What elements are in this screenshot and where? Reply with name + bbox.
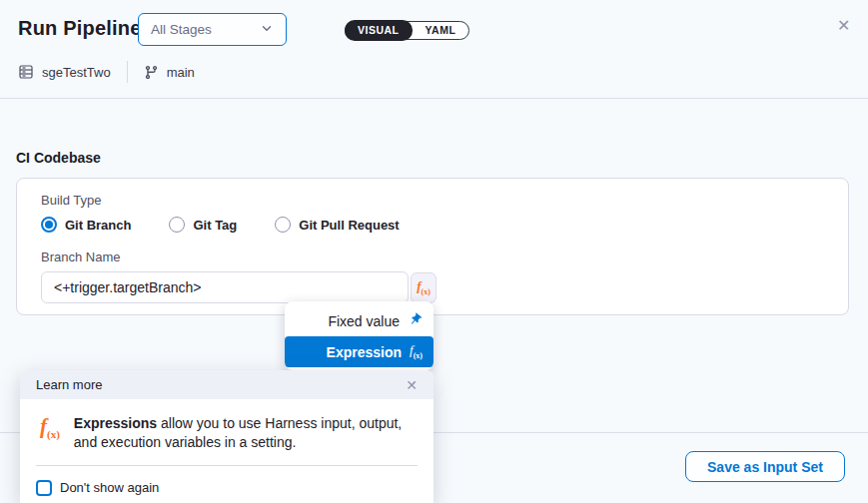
fx-icon: f(x) (40, 416, 60, 452)
codebase-summary: sgeTestTwo main (18, 61, 195, 83)
dont-show-again-checkbox[interactable] (36, 480, 52, 496)
radio-git-branch[interactable]: Git Branch (41, 217, 131, 233)
radio-label: Git Tag (193, 218, 237, 233)
pin-icon (408, 312, 423, 330)
branch-name-input[interactable] (41, 271, 409, 303)
radio-icon[interactable] (41, 217, 57, 233)
dont-show-again-row[interactable]: Don't show again (36, 480, 434, 496)
value-type-menu: Fixed value Expression f(x) (285, 301, 434, 370)
radio-label: Git Branch (65, 218, 131, 233)
ci-codebase-card: Build Type Git Branch Git Tag Git Pull R… (16, 178, 849, 315)
branch-name-label: Branch Name (41, 250, 824, 264)
save-as-input-set-button[interactable]: Save as Input Set (685, 451, 845, 482)
repo-name: sgeTestTwo (42, 65, 111, 80)
fx-icon: f(x) (410, 343, 423, 360)
chevron-down-icon (260, 21, 274, 39)
learn-more-popover: Learn more ✕ f(x) Expressions allow you … (20, 370, 434, 503)
radio-icon[interactable] (275, 217, 291, 233)
branch-name: main (167, 65, 195, 80)
dont-show-again-label: Don't show again (60, 480, 159, 495)
popover-title: Learn more (36, 377, 102, 392)
tab-visual[interactable]: VISUAL (345, 20, 413, 41)
tab-yaml[interactable]: YAML (413, 21, 469, 40)
radio-git-tag[interactable]: Git Tag (169, 217, 237, 233)
close-icon[interactable]: ✕ (837, 17, 850, 35)
popover-divider (36, 465, 418, 466)
popover-body: f(x) Expressions allow you to use Harnes… (20, 399, 434, 452)
radio-label: Git Pull Request (299, 218, 399, 233)
build-type-options: Git Branch Git Tag Git Pull Request (41, 217, 824, 233)
section-title-ci-codebase: CI Codebase (16, 150, 101, 166)
divider (127, 61, 128, 83)
fx-value-type-button[interactable]: f(x) (411, 272, 436, 303)
view-toggle: VISUAL YAML (345, 21, 469, 40)
popover-header: Learn more ✕ (20, 370, 434, 399)
page-title: Run Pipeline (18, 17, 142, 40)
header-divider (0, 98, 868, 99)
branch-name-row: f(x) (41, 271, 824, 303)
radio-git-pull-request[interactable]: Git Pull Request (275, 217, 399, 233)
close-icon[interactable]: ✕ (406, 377, 418, 393)
radio-icon[interactable] (169, 217, 185, 233)
stage-select[interactable]: All Stages (138, 13, 287, 46)
repo-icon (18, 64, 34, 80)
menu-item-label: Fixed value (328, 313, 400, 329)
stage-select-value: All Stages (151, 22, 212, 37)
fx-icon: f(x) (417, 279, 431, 296)
menu-item-fixed-value[interactable]: Fixed value (285, 305, 434, 336)
run-pipeline-modal: Run Pipeline All Stages VISUAL YAML ✕ sg… (0, 0, 868, 503)
git-branch-icon (144, 65, 159, 80)
popover-text-bold: Expressions (74, 415, 157, 431)
build-type-label: Build Type (41, 193, 824, 208)
menu-item-label: Expression (327, 344, 402, 360)
popover-text: Expressions allow you to use Harness inp… (74, 414, 418, 452)
menu-item-expression[interactable]: Expression f(x) (285, 336, 434, 367)
